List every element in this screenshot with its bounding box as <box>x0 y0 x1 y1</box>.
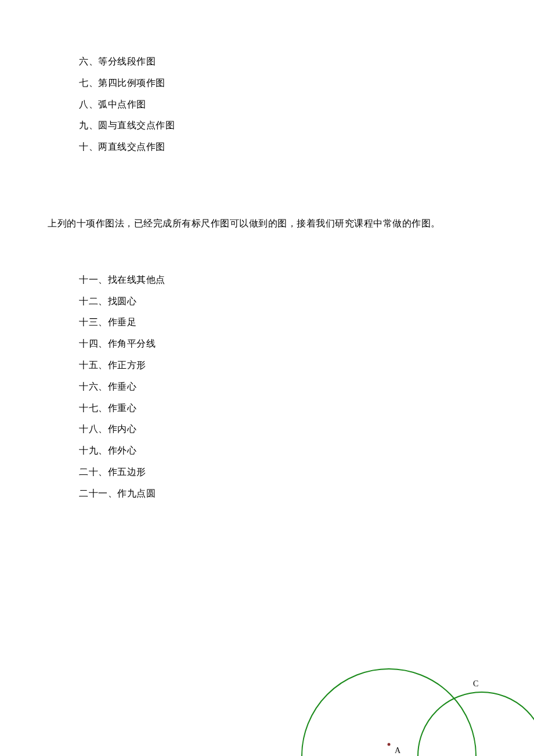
list-item: 八、弧中点作图 <box>79 94 511 116</box>
second-list-section: 十一、找在线其他点 十二、找圆心 十三、作垂足 十四、作角平分线 十五、作正方形… <box>48 269 511 505</box>
list-item: 二十、作五边形 <box>79 462 511 483</box>
point-a-dot <box>388 743 391 746</box>
list-item: 十四、作角平分线 <box>79 333 511 355</box>
first-list-section: 六、等分线段作图 七、第四比例项作图 八、弧中点作图 九、圆与直线交点作图 十、… <box>48 51 511 158</box>
list-item: 十七、作重心 <box>79 398 511 419</box>
list-item: 十六、作垂心 <box>79 376 511 398</box>
document-content: 六、等分线段作图 七、第四比例项作图 八、弧中点作图 九、圆与直线交点作图 十、… <box>0 0 534 505</box>
transition-paragraph: 上列的十项作图法，已经完成所有标尺作图可以做到的图，接着我们研究课程中常做的作图… <box>48 213 511 235</box>
list-item: 十二、找圆心 <box>79 291 511 312</box>
list-item: 十三、作垂足 <box>79 312 511 333</box>
list-item: 十、两直线交点作图 <box>79 136 511 158</box>
point-a-label: A <box>395 746 401 755</box>
list-item: 十八、作内心 <box>79 419 511 440</box>
list-item: 二十一、作九点圆 <box>79 483 511 505</box>
list-item: 九、圆与直线交点作图 <box>79 115 511 136</box>
list-item: 十一、找在线其他点 <box>79 269 511 291</box>
point-c-label: C <box>473 679 478 688</box>
list-item: 七、第四比例项作图 <box>79 73 511 94</box>
list-item: 十五、作正方形 <box>79 355 511 376</box>
list-item: 十九、作外心 <box>79 440 511 462</box>
list-item: 六、等分线段作图 <box>79 51 511 73</box>
geometry-diagram: A C <box>273 640 534 756</box>
